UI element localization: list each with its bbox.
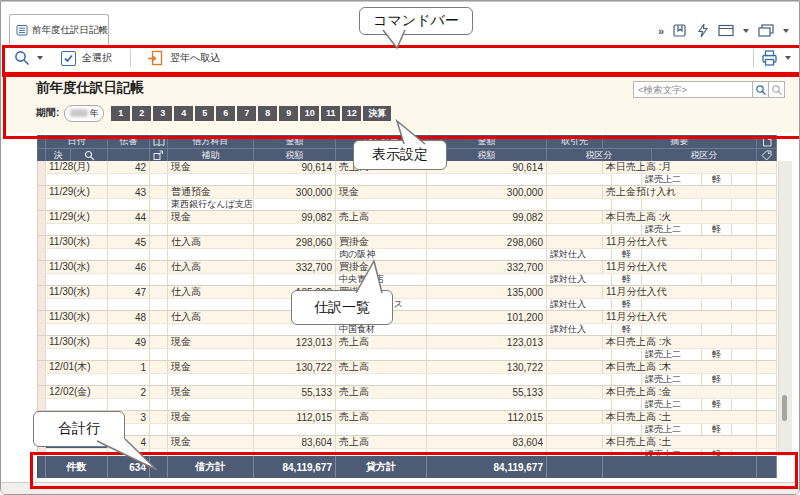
journal-entry-row[interactable]: 12/01(木)1現金130,722売上高130,722本日売上高 :木 <box>38 361 777 374</box>
month-button-2[interactable]: 2 <box>132 106 151 121</box>
journal-entry-subrow[interactable]: 肉の阪神課対仕入軽 <box>38 249 777 261</box>
header-credit-amount[interactable]: 金額 <box>427 135 547 149</box>
journal-entry-subrow[interactable]: 中国食材課対仕入軽 <box>38 324 777 336</box>
entry-debit-tax-reduced-flag: 軽 <box>612 274 642 285</box>
entry-credit-tax-reduced-flag <box>702 199 732 210</box>
print-separator <box>753 49 754 67</box>
journal-entry-row[interactable]: 11/30(水)47仕入高135,000買掛金135,00011月分仕入代 <box>38 286 777 299</box>
toolbar-overflow-icon[interactable]: » <box>658 25 663 37</box>
entry-select-cell <box>38 299 46 310</box>
entry-debit-sub-account <box>168 324 254 335</box>
journal-entry-row[interactable]: 11/30(水)46仕入高332,700買掛金332,70011月分仕入代 <box>38 261 777 274</box>
import-next-year-label[interactable]: 翌年へ取込 <box>170 51 220 65</box>
header-credit-account[interactable]: 貸方科目 <box>336 135 427 149</box>
entry-book-blank <box>150 374 168 385</box>
search-next-button[interactable] <box>753 81 769 98</box>
header-debit-account[interactable]: 借方科目 <box>168 135 254 149</box>
vertical-scrollbar-thumb[interactable] <box>782 395 787 421</box>
header-date[interactable]: 日付 <box>46 135 108 149</box>
month-button-3[interactable]: 3 <box>153 106 172 121</box>
entry-credit-tax-reduced-flag <box>702 299 732 310</box>
journal-entry-row[interactable]: 11/30(水)45仕入高298,060買掛金298,06011月分仕入代 <box>38 236 777 249</box>
entry-tax-spacer <box>732 424 757 435</box>
journal-entry-subrow[interactable]: 課売上二軽 <box>38 374 777 386</box>
journal-entry-row[interactable]: 12/03(土)3現金112,015売上高112,015本日売上高 :土 <box>38 411 777 424</box>
entry-credit-tax-class: 課売上二 <box>642 399 702 410</box>
stacked-windows-icon[interactable] <box>758 24 774 37</box>
journal-entry-subrow[interactable]: 課売上二軽 <box>38 424 777 436</box>
journal-entry-row[interactable]: 12/03(土)4現金83,604売上高83,604本日売上高 :土 <box>38 436 777 449</box>
journal-entry-subrow[interactable]: 課売上二軽 <box>38 224 777 236</box>
app-window: 前年度仕訳日記帳 » 全選択 <box>0 0 800 495</box>
entry-credit-tax-reduced-flag <box>702 324 732 335</box>
month-button-6[interactable]: 6 <box>216 106 235 121</box>
window-panel-caret-icon[interactable] <box>743 29 749 33</box>
journal-entry-subrow[interactable]: 課売上二軽 <box>38 449 777 456</box>
journal-entry-row[interactable]: 11/30(水)48仕入高101,200買掛金101,20011月分仕入代 <box>38 311 777 324</box>
entry-tax-spacer <box>732 449 757 456</box>
entry-credit-tax-reduced-flag: 軽 <box>702 174 732 185</box>
printer-icon[interactable] <box>760 49 779 67</box>
search-icon[interactable] <box>13 49 31 67</box>
month-button-11[interactable]: 11 <box>321 106 340 121</box>
journal-entry-row[interactable]: 11/29(火)44現金99,082売上高99,082本日売上高 :火 <box>38 211 777 224</box>
window-panel-icon[interactable] <box>718 24 734 37</box>
month-button-8[interactable]: 8 <box>258 106 277 121</box>
entry-partner <box>547 386 603 398</box>
entry-credit-sub-account: 中央青果店 <box>336 274 427 285</box>
journal-entry-row[interactable]: 11/30(水)49現金123,013売上高123,013本日売上高 :水 <box>38 336 777 349</box>
entry-credit-tax-amount <box>427 299 547 310</box>
stacked-windows-caret-icon[interactable] <box>783 29 789 33</box>
entry-credit-amount: 112,015 <box>427 411 547 423</box>
period-year-field[interactable]: 年 <box>64 105 104 122</box>
month-button-4[interactable]: 4 <box>174 106 193 121</box>
header-select-col <box>38 135 46 149</box>
header-summary[interactable]: 摘要 <box>603 135 757 149</box>
select-all-checkbox[interactable] <box>61 51 76 66</box>
entry-date-blank <box>46 299 108 310</box>
entry-date: 11/30(水) <box>46 236 108 248</box>
month-button-7[interactable]: 7 <box>237 106 256 121</box>
search-group <box>633 81 785 98</box>
journal-entry-row[interactable]: 12/02(金)2現金55,133売上高55,133本日売上高 :金 <box>38 386 777 399</box>
journal-entry-subrow[interactable]: 課売上二軽 <box>38 174 777 186</box>
header-partner[interactable]: 取引先 <box>547 135 603 149</box>
entry-credit-tax-amount <box>427 249 547 260</box>
quick-action-lightning-icon[interactable] <box>696 23 709 38</box>
header-no[interactable]: 伝番 <box>108 135 150 149</box>
journal-entry-row[interactable]: 11/28(月)42現金90,614売上高90,614本日売上高 :月 <box>38 161 777 174</box>
entry-note-blank <box>757 324 777 335</box>
header-debit-amount[interactable]: 金額 <box>254 135 336 149</box>
entry-select-cell <box>38 449 46 456</box>
month-button-1[interactable]: 1 <box>111 106 130 121</box>
month-button-5[interactable]: 5 <box>195 106 214 121</box>
entry-partner <box>547 411 603 423</box>
printer-caret-icon[interactable] <box>785 56 791 60</box>
tab-prev-year-journal[interactable]: 前年度仕訳日記帳 <box>9 14 109 45</box>
entry-no-blank <box>108 199 150 210</box>
entry-note-blank <box>757 174 777 185</box>
month-button-10[interactable]: 10 <box>300 106 319 121</box>
journal-entry-subrow[interactable]: 東西銀行なんば支店 <box>38 199 777 211</box>
journal-entry-subrow[interactable]: 中央青果店課対仕入軽 <box>38 274 777 286</box>
settlement-button[interactable]: 決算 <box>363 106 391 121</box>
period-selector: 期間: 年 123456789101112 決算 <box>36 105 393 121</box>
entry-debit-tax-amount <box>254 349 336 360</box>
journal-entry-subrow[interactable]: ウスターソース課対仕入軽 <box>38 299 777 311</box>
journal-entry-subrow[interactable]: 課売上二軽 <box>38 399 777 411</box>
month-button-12[interactable]: 12 <box>342 106 361 121</box>
journal-entry-subrow[interactable]: 課売上二軽 <box>38 349 777 361</box>
entry-debit-tax-class: 課対仕入 <box>547 249 612 260</box>
entry-note-blank <box>757 274 777 285</box>
search-prev-button[interactable] <box>769 81 785 98</box>
entry-credit-tax-class: 課売上二 <box>642 174 702 185</box>
period-year-suffix: 年 <box>90 107 99 120</box>
search-options-caret-icon[interactable] <box>37 56 43 60</box>
entry-no-blank <box>108 249 150 260</box>
search-input[interactable] <box>633 81 753 98</box>
select-all-label[interactable]: 全選択 <box>82 51 112 65</box>
journal-entry-row[interactable]: 11/29(火)43普通預金300,000現金300,000売上金預け入れ <box>38 186 777 199</box>
import-next-year-icon[interactable] <box>147 50 164 67</box>
bookmark-search-icon[interactable] <box>672 23 687 38</box>
month-button-9[interactable]: 9 <box>279 106 298 121</box>
